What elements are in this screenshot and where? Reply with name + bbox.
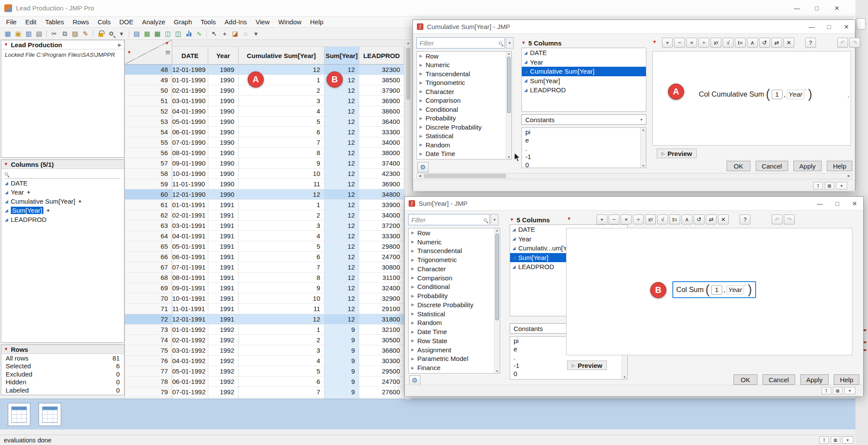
- cell[interactable]: 06-01-1990: [172, 127, 208, 137]
- formula-help-button[interactable]: ?: [805, 38, 816, 48]
- row-number-cell[interactable]: 59: [125, 179, 172, 189]
- cell[interactable]: 07-01-1991: [172, 262, 208, 273]
- formula-op-[interactable]: ✕: [718, 214, 729, 224]
- cell[interactable]: 4: [239, 356, 324, 366]
- cell[interactable]: 1990: [208, 169, 239, 179]
- row-number-cell[interactable]: 70: [125, 293, 172, 304]
- cell[interactable]: 12: [324, 96, 359, 106]
- function-category-row[interactable]: ▶Row: [417, 52, 511, 61]
- cell[interactable]: 7: [239, 387, 324, 397]
- formula-expression-selected[interactable]: Col Sum ( 1 , Year ˆ ): [672, 281, 756, 298]
- crosshair-tool-icon[interactable]: +: [219, 29, 230, 39]
- table-row[interactable]: 5507-01-1990199071234000: [125, 137, 405, 148]
- zoom-dropdown-icon[interactable]: ▾: [116, 29, 127, 39]
- cell[interactable]: 1991: [208, 304, 239, 314]
- open-file-icon[interactable]: ▣: [13, 29, 23, 39]
- row-number-cell[interactable]: 49: [125, 75, 172, 85]
- row-number-cell[interactable]: 79: [125, 387, 172, 397]
- cell[interactable]: 04-01-1991: [172, 231, 208, 241]
- table-row[interactable]: 5103-01-1990199031236900: [125, 96, 405, 106]
- cell[interactable]: 37200: [359, 221, 404, 231]
- table-row[interactable]: 6012-01-19901990121234800: [125, 189, 405, 200]
- formula-op-[interactable]: ∧: [681, 214, 692, 224]
- cell[interactable]: 05-01-1992: [172, 366, 208, 377]
- menu-help[interactable]: Help: [306, 16, 328, 27]
- copy-icon[interactable]: ⧉: [59, 29, 70, 39]
- cell[interactable]: 1991: [208, 283, 239, 293]
- formula-canvas[interactable]: Col Cumulative Sum ( 1 , Year ˆ ) ›: [652, 51, 851, 146]
- function-category-conditional[interactable]: ▶Conditional: [409, 283, 500, 292]
- menu-tools[interactable]: Tools: [197, 16, 220, 27]
- scroll-down-icon[interactable]: ▼: [495, 370, 500, 373]
- cell[interactable]: 1991: [208, 200, 239, 210]
- scroll-left-icon[interactable]: ◀: [417, 174, 423, 178]
- cell[interactable]: 38500: [359, 75, 404, 85]
- row-number-cell[interactable]: 71: [125, 304, 172, 314]
- dialog-column-year[interactable]: ◢Year: [522, 58, 646, 67]
- cell[interactable]: 32900: [359, 293, 404, 304]
- column-item-leadprod[interactable]: ◢LEADPROD: [1, 215, 124, 224]
- grid-corner-cell[interactable]: ▼ ▼ ▤: [125, 40, 172, 65]
- cell[interactable]: 01-01-1992: [172, 325, 208, 335]
- cell[interactable]: 04-01-1990: [172, 106, 208, 117]
- cell[interactable]: 02-01-1991: [172, 210, 208, 221]
- function-category-assignment[interactable]: ▶Assignment: [409, 345, 500, 354]
- function-category-discrete-probability[interactable]: ▶Discrete Probability: [417, 123, 511, 132]
- row-number-cell[interactable]: 78: [125, 377, 172, 387]
- paste-icon[interactable]: ▨: [70, 29, 80, 39]
- column-header-sum-year[interactable]: Sum[Year]: [324, 47, 359, 65]
- cell[interactable]: 12: [324, 148, 359, 158]
- row-number-cell[interactable]: 57: [125, 158, 172, 169]
- cell[interactable]: 29100: [359, 304, 404, 314]
- formula-menu-icon[interactable]: ▼: [567, 217, 571, 221]
- red-triangle-icon[interactable]: ▼: [521, 41, 526, 45]
- menu-rows[interactable]: Rows: [68, 16, 93, 27]
- table-row[interactable]: 7212-01-19911991121231800: [125, 314, 405, 325]
- cell[interactable]: 9: [324, 366, 359, 377]
- cell[interactable]: 30500: [359, 335, 404, 345]
- red-triangle-icon[interactable]: ▼: [4, 162, 8, 166]
- cell[interactable]: 38600: [359, 106, 404, 117]
- cell[interactable]: 02-01-1990: [172, 85, 208, 96]
- minimize-button[interactable]: —: [787, 0, 807, 16]
- window-options-button[interactable]: ▾: [836, 182, 847, 189]
- cell[interactable]: 1991: [208, 314, 239, 325]
- formula-arg-2[interactable]: Year: [787, 90, 804, 99]
- column-header-cumulative-sum-year[interactable]: Cumulative Sum[Year]: [239, 47, 324, 65]
- table-row[interactable]: 6303-01-1991199131237200: [125, 221, 405, 231]
- cell[interactable]: 1991: [208, 252, 239, 262]
- function-category-random[interactable]: ▶Random: [417, 140, 511, 149]
- cell[interactable]: 03-01-1992: [172, 345, 208, 356]
- cell[interactable]: 36900: [359, 96, 404, 106]
- cell[interactable]: 9: [324, 325, 359, 335]
- cell[interactable]: 12-01-1991: [172, 314, 208, 325]
- function-category-character[interactable]: ▶Character: [409, 264, 500, 273]
- cell[interactable]: 12: [324, 231, 359, 241]
- window-thumbnail-2[interactable]: [39, 403, 61, 426]
- cell[interactable]: 29800: [359, 241, 404, 252]
- cell[interactable]: 1: [239, 325, 324, 335]
- cell[interactable]: 9: [239, 283, 324, 293]
- formula-op-[interactable]: √: [657, 214, 668, 224]
- cell[interactable]: 2: [239, 210, 324, 221]
- cell[interactable]: 36400: [359, 117, 404, 127]
- cell[interactable]: 1991: [208, 293, 239, 304]
- cell[interactable]: 7: [239, 262, 324, 273]
- cell[interactable]: 34000: [359, 210, 404, 221]
- help-button[interactable]: Help: [827, 161, 852, 171]
- cell[interactable]: 03-01-1991: [172, 221, 208, 231]
- column-header-year[interactable]: Year: [208, 47, 239, 65]
- cell[interactable]: 3: [239, 345, 324, 356]
- formula-arg-2[interactable]: Year: [727, 285, 744, 295]
- cell[interactable]: 12: [324, 179, 359, 189]
- horizontal-scrollbar[interactable]: ◀ ▶: [416, 173, 852, 179]
- cell[interactable]: 5: [239, 366, 324, 377]
- menu-tables[interactable]: Tables: [41, 16, 68, 27]
- cell[interactable]: 05-01-1991: [172, 241, 208, 252]
- function-filter-input[interactable]: Filter: [416, 37, 505, 49]
- cell[interactable]: 36800: [359, 345, 404, 356]
- cell[interactable]: 12: [324, 169, 359, 179]
- column-header-date[interactable]: DATE: [172, 47, 208, 65]
- table-row[interactable]: 5810-01-19901990101242300: [125, 169, 405, 179]
- cell[interactable]: 1991: [208, 262, 239, 273]
